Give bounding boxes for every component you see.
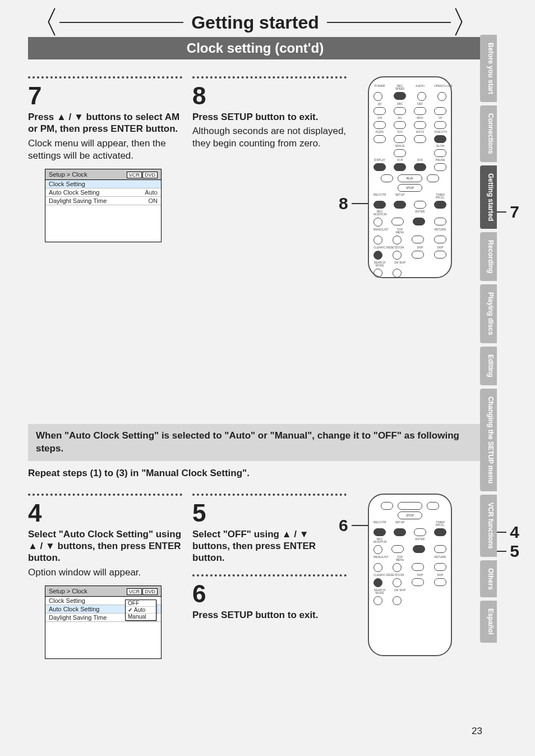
remote-label: SKIP [434,574,446,577]
up-arrow-button[interactable] [414,201,426,209]
clear-button[interactable] [373,251,382,260]
timer-prog-button[interactable] [434,528,446,536]
remote-illustration-bottom: STOP REC/OTR SETUP TIMER PROG. [368,494,452,656]
open-close-button[interactable] [437,92,446,101]
side-tab[interactable]: Recording [480,232,497,281]
play-button[interactable]: PLAY [398,174,422,182]
remote-label: SPACE [394,145,406,147]
side-tab[interactable]: Changing the SETUP menu [480,389,497,491]
remote-label: TIMER PROG. [434,521,446,527]
step-6-number: 6 [192,580,347,608]
return-button[interactable] [434,236,446,243]
zoom-button[interactable] [393,251,402,260]
menu-list-button[interactable] [373,236,382,245]
search-mode-button[interactable] [373,596,382,605]
play-button[interactable] [398,502,422,510]
side-tab[interactable]: Editing [480,347,497,385]
left-arrow-button[interactable] [391,218,404,225]
audio-button[interactable] [417,92,426,101]
top-menu-button[interactable] [393,563,402,572]
remote-label: REC/OTR [373,521,386,527]
divider-dots [192,574,347,577]
setup-button[interactable] [394,201,406,209]
skip-fwd-button[interactable] [434,251,446,259]
remote-label: SEARCH MODE [373,261,386,267]
zoom-button[interactable] [393,578,402,587]
digit-6-button[interactable] [414,121,426,129]
rew-button[interactable] [381,174,393,182]
side-tab[interactable]: Playing discs [480,284,497,343]
divider-dots [28,494,182,496]
step-6-instruction: Press SETUP button to exit. [192,609,347,621]
cm-skip-button[interactable] [393,596,402,605]
grey-note: When "Auto Clock Setting" is selected to… [28,424,482,461]
rec-otr-button[interactable] [373,201,386,209]
enter-button[interactable] [413,218,425,225]
ff-button[interactable] [427,174,439,182]
osd-row-label: Daylight Saving Time [49,614,107,621]
remote-label: SETUP [394,521,406,527]
setup-button[interactable] [394,528,406,536]
cm-skip-button[interactable] [393,269,402,278]
side-tab[interactable]: VCR functions [480,495,497,557]
top-menu-button[interactable] [393,236,402,245]
digit-8-button[interactable] [394,135,406,143]
pause-button[interactable] [434,163,446,171]
ch-mid-button[interactable] [434,121,446,129]
rec-speed-button[interactable] [394,92,406,100]
osd-row-label: Clock Setting [49,597,85,604]
remote-label: CM SKIP [394,589,406,594]
digit-7-button[interactable] [373,135,386,143]
osd-clock-menu-1: Setup > Clock VCRDVD Clock Setting Auto … [45,169,162,242]
side-tab[interactable]: Getting started [480,165,497,229]
clear-button[interactable] [373,578,382,587]
stop-button[interactable]: STOP [398,511,422,519]
step-7-number: 7 [28,82,182,110]
vcr-button[interactable] [394,163,406,171]
skip-fwd-button[interactable] [434,578,446,586]
rec-monitor-button[interactable] [373,545,382,554]
page-subtitle: Clock setting (cont'd) [28,37,482,59]
down-arrow-button[interactable] [412,563,424,571]
ch-up-button[interactable] [434,107,446,115]
step-4-number: 4 [28,499,182,527]
rew-button[interactable] [381,502,393,510]
search-mode-button[interactable] [373,269,382,278]
digit-9-button[interactable] [414,135,426,143]
digit-0-button[interactable] [394,149,406,157]
enter-button[interactable] [413,545,425,553]
return-button[interactable] [434,563,446,571]
rec-otr-button[interactable] [373,528,386,536]
side-tab[interactable]: Others [480,560,497,598]
down-arrow-button[interactable] [412,236,424,243]
skip-back-button[interactable] [412,251,424,259]
digit-5-button[interactable] [394,121,406,129]
right-arrow-button[interactable] [434,218,446,225]
dvd-button[interactable] [414,163,426,171]
digit-4-button[interactable] [373,121,386,129]
menu-list-button[interactable] [373,563,382,572]
timer-prog-button[interactable] [434,201,446,209]
step-8-number: 8 [192,82,347,110]
rec-monitor-button[interactable] [373,218,382,227]
remote-label: DVD [414,159,426,162]
side-tab[interactable]: Connections [480,105,497,162]
side-tab[interactable]: Before you start [480,35,497,102]
slow-button[interactable] [434,149,446,157]
digit-3-button[interactable] [414,107,426,115]
side-tab[interactable]: Español [480,601,497,643]
ff-button[interactable] [427,502,439,510]
skip-back-button[interactable] [412,578,424,586]
remote-label [373,149,386,157]
stop-button[interactable]: STOP [398,184,422,192]
right-arrow-button[interactable] [434,545,446,553]
osd-row-label: Clock Setting [49,181,85,187]
video-tv-button[interactable] [434,135,446,143]
left-arrow-button[interactable] [391,545,404,553]
remote-label: ABC [394,103,406,105]
up-arrow-button[interactable] [414,528,426,536]
power-button[interactable] [373,92,382,101]
display-button[interactable] [373,163,386,171]
digit-2-button[interactable] [394,107,406,115]
digit-1-button[interactable] [373,107,386,115]
